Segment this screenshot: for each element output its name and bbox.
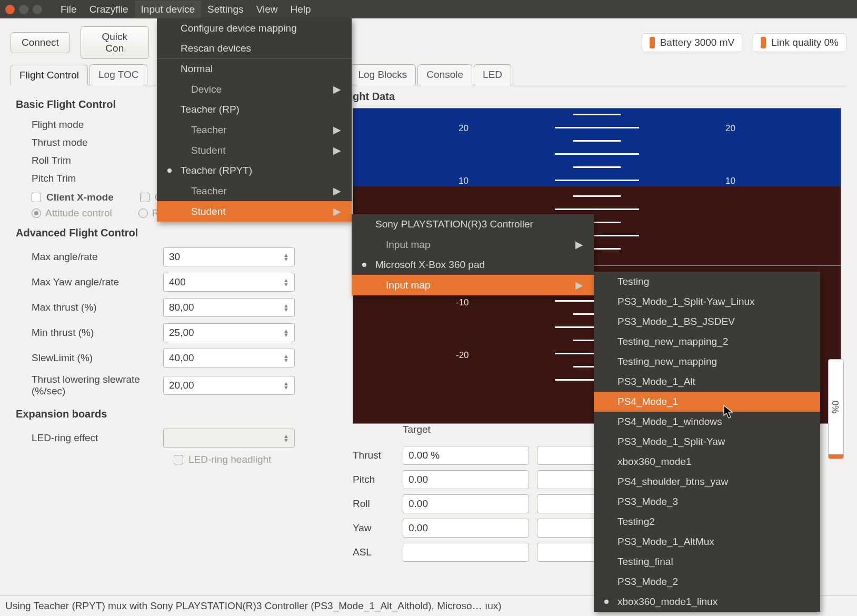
menu-item[interactable]: Device▶: [157, 79, 352, 100]
field-label: Min thrust (%): [16, 327, 163, 339]
menu-item[interactable]: Input map▶: [352, 275, 594, 295]
menu-item[interactable]: Microsoft X-Box 360 pad: [352, 255, 594, 275]
chevron-right-icon: ▶: [333, 124, 341, 136]
quick-connect-button[interactable]: Quick Con: [81, 26, 149, 59]
readout-actual: [537, 446, 600, 465]
tab-log-toc[interactable]: Log TOC: [89, 64, 147, 85]
battery-text: Battery 3000 mV: [660, 37, 735, 48]
readout-target: 0.00 %: [403, 446, 529, 465]
spin-input[interactable]: 30▲▼: [163, 247, 295, 266]
readout-actual: [537, 543, 600, 562]
student-submenu[interactable]: Sony PLAYSTATION(R)3 ControllerInput map…: [352, 214, 594, 295]
client-xmode-label: Client X-mode: [46, 192, 114, 203]
menu-view[interactable]: View: [250, 1, 284, 18]
chevron-right-icon: ▶: [575, 279, 583, 291]
menu-item[interactable]: xbox360_mode1: [594, 452, 820, 472]
menu-item[interactable]: PS3_Mode_2: [594, 572, 820, 592]
menu-item[interactable]: Rescan devices: [157, 38, 352, 58]
menu-item[interactable]: Configure device mapping: [157, 18, 352, 38]
crazyflie-xmode-checkbox: [140, 193, 150, 202]
spin-input[interactable]: 400▲▼: [163, 273, 295, 292]
tab-console[interactable]: Console: [417, 64, 472, 85]
menu-item[interactable]: PS3_Mode_1_Split-Yaw_Linux: [594, 292, 820, 312]
field-label: Max thrust (%): [16, 302, 163, 313]
field-label: Max angle/rate: [16, 251, 163, 263]
input-map-submenu[interactable]: TestingPS3_Mode_1_Split-Yaw_LinuxPS3_Mod…: [594, 272, 820, 612]
led-headlight-checkbox: [174, 455, 183, 464]
tab-flight-control[interactable]: Flight Control: [11, 65, 88, 85]
scale-mark: -10: [456, 297, 469, 308]
field-label: Flight mode: [16, 119, 163, 131]
menubar: FileCrazyflieInput deviceSettingsViewHel…: [54, 1, 317, 18]
menu-item[interactable]: Input map▶: [352, 234, 594, 255]
readout-target: 0.00: [403, 494, 529, 513]
menu-item[interactable]: Sony PLAYSTATION(R)3 Controller: [352, 214, 594, 234]
menu-item[interactable]: PS3_Mode_3: [594, 492, 820, 512]
readout-label: ASL: [353, 547, 395, 558]
rate-radio: [138, 208, 148, 218]
menu-item[interactable]: Teacher (RPYT): [157, 161, 352, 181]
expansion-heading: Expansion boards: [16, 408, 326, 420]
menu-item[interactable]: Normal: [157, 58, 352, 79]
spin-input[interactable]: 25,00▲▼: [163, 323, 295, 342]
menu-file[interactable]: File: [54, 1, 83, 18]
readout-target: 0.00: [403, 470, 529, 489]
motor-pct: %0: [831, 401, 841, 414]
menu-item[interactable]: PS4_Mode_1: [594, 392, 820, 412]
menu-item[interactable]: PS4_Mode_1_windows: [594, 412, 820, 432]
menu-item[interactable]: xbox360_mode1_linux: [594, 592, 820, 612]
close-icon[interactable]: [5, 5, 15, 14]
menu-item[interactable]: Teacher▶: [157, 120, 352, 140]
scale-mark: 20: [459, 123, 469, 134]
menu-input-device[interactable]: Input device: [135, 1, 201, 18]
bullet-icon: [362, 263, 366, 267]
field-label: SlewLimit (%): [16, 352, 163, 364]
toolbar: Connect Quick Con Battery 3000 mV Link q…: [0, 18, 857, 64]
led-headlight-label: LED-ring headlight: [188, 454, 271, 465]
led-effect-select[interactable]: ▲▼: [163, 429, 295, 448]
spin-input[interactable]: 80,00▲▼: [163, 298, 295, 317]
menu-item[interactable]: PS3_Mode_1_AltMux: [594, 532, 820, 552]
led-effect-label: LED-ring effect: [16, 432, 163, 444]
menu-item[interactable]: Testing_final: [594, 552, 820, 572]
link-text: Link quality 0%: [771, 37, 839, 48]
maximize-icon[interactable]: [33, 5, 42, 14]
tab-log-blocks[interactable]: Log Blocks: [349, 64, 416, 85]
readout-label: Roll: [353, 498, 395, 510]
battery-status: Battery 3000 mV: [642, 33, 743, 52]
menu-item[interactable]: PS3_Mode_1_Split-Yaw: [594, 432, 820, 452]
menu-settings[interactable]: Settings: [201, 1, 250, 18]
menu-item[interactable]: Testing: [594, 272, 820, 292]
titlebar: FileCrazyflieInput deviceSettingsViewHel…: [0, 0, 857, 18]
client-xmode-checkbox[interactable]: [32, 193, 41, 202]
menu-item[interactable]: PS4_shoulder_btns_yaw: [594, 472, 820, 492]
connect-button[interactable]: Connect: [11, 32, 70, 53]
menu-item[interactable]: Testing_new_mapping: [594, 352, 820, 372]
menu-item[interactable]: Student▶: [157, 201, 352, 222]
field-label: Thrust mode: [16, 137, 163, 148]
field-label: Roll Trim: [16, 155, 163, 166]
readout-label: Yaw: [353, 522, 395, 534]
menu-item[interactable]: Teacher (RP): [157, 100, 352, 120]
input-device-menu[interactable]: Configure device mappingRescan devicesNo…: [157, 18, 352, 222]
menu-item[interactable]: Testing2: [594, 512, 820, 532]
spin-input[interactable]: 20,00▲▼: [163, 376, 295, 395]
menu-crazyflie[interactable]: Crazyflie: [83, 1, 135, 18]
scale-mark: -20: [456, 350, 469, 361]
minimize-icon[interactable]: [19, 5, 28, 14]
menu-item[interactable]: PS3_Mode_1_Alt: [594, 372, 820, 392]
chevron-right-icon: ▶: [333, 205, 341, 217]
menu-item[interactable]: Testing_new_mapping_2: [594, 332, 820, 352]
readout-target: [403, 543, 529, 562]
readout-label: Thrust: [353, 450, 395, 461]
spin-input[interactable]: 40,00▲▼: [163, 349, 295, 367]
bullet-icon: [167, 168, 172, 173]
readout-actual: [537, 470, 600, 489]
menu-help[interactable]: Help: [284, 1, 317, 18]
field-label: Pitch Trim: [16, 173, 163, 184]
menu-item[interactable]: PS3_Mode_1_BS_JSDEV: [594, 312, 820, 332]
menu-item[interactable]: Student▶: [157, 140, 352, 161]
bullet-icon: [604, 600, 609, 604]
menu-item[interactable]: Teacher▶: [157, 181, 352, 201]
tab-led[interactable]: LED: [474, 64, 511, 85]
